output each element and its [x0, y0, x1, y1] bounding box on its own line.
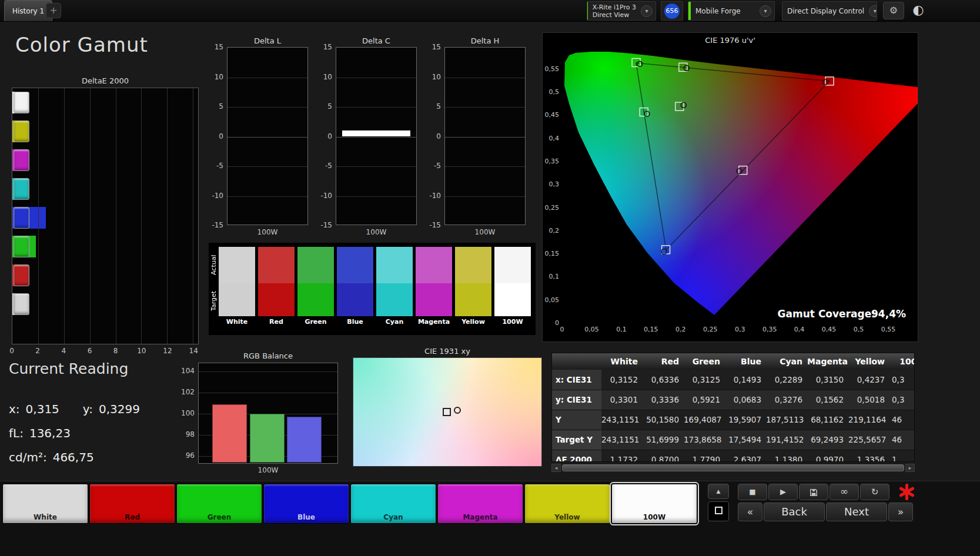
stop-button[interactable]: ■ [738, 484, 767, 500]
square-icon [715, 507, 723, 514]
table-row: x: CIE310,31520,63360,31250,14930,22890,… [552, 370, 915, 390]
chevron-down-icon[interactable]: ▾ [869, 5, 877, 17]
table-cell: 0,5921 [684, 390, 725, 410]
x-axis-tick: 0,2 [675, 326, 686, 333]
patch-button-100w[interactable]: 100W [611, 484, 697, 524]
delta-c-chart: Delta C 151050-5-10-15 100W [316, 36, 417, 236]
patch-button-red[interactable]: Red [89, 484, 175, 524]
axis-tick-label: 15 [432, 43, 441, 51]
table-cell: 0,3150 [807, 370, 848, 390]
back-button[interactable]: Back [764, 503, 825, 521]
table-cell: 0,2289 [766, 370, 807, 390]
meter-dropdown[interactable]: X-Rite i1Pro 3 Direct View ▾ [587, 1, 656, 21]
table-cell: 17,5494 [725, 430, 766, 450]
patch-button-label: 100W [612, 513, 697, 521]
chevron-down-icon[interactable]: ▾ [760, 5, 771, 17]
x-axis-tick: 0,05 [584, 326, 599, 333]
y-axis-tick: 0,3 [549, 180, 560, 188]
axis-tick-label: -15 [320, 221, 332, 229]
rgb-bar-blue [287, 417, 322, 463]
patch-button-blue[interactable]: Blue [263, 484, 349, 524]
count-badge: 656 [664, 4, 680, 19]
actual-patch [337, 247, 373, 283]
gridline [116, 88, 116, 344]
delta-c-y-axis: 151050-5-10-15 [316, 47, 336, 225]
axis-tick-label: 10 [137, 347, 146, 355]
target-marker [443, 408, 451, 416]
x-axis-tick: 0,3 [735, 326, 745, 333]
target-patch [297, 283, 334, 316]
table-cell: 191,4152 [766, 430, 807, 450]
gridline [336, 78, 416, 78]
scroll-right-button[interactable]: ▸ [905, 464, 915, 472]
table-cell: 2,6307 [725, 450, 766, 462]
deltae-row-yellow [12, 120, 198, 142]
cie-1931-title: CIE 1931 xy [353, 347, 542, 356]
column-header: Red [643, 353, 684, 370]
patch-button-magenta[interactable]: Magenta [437, 484, 523, 524]
contrast-button[interactable]: ◐ [908, 2, 929, 19]
play-button[interactable]: ▶ [768, 484, 798, 500]
scroll-left-button[interactable]: ◂ [551, 464, 561, 472]
gridline [38, 88, 39, 344]
target-patch [455, 283, 491, 316]
color-swatch-green [14, 236, 29, 257]
axis-tick-label: 12 [163, 347, 172, 355]
source-dropdown[interactable]: Mobile Forge ▾ [688, 1, 775, 21]
settings-button[interactable]: ⚙ [883, 2, 904, 19]
pattern-window-button[interactable] [708, 501, 729, 521]
rgb-balance-title: RGB Balance [198, 351, 338, 360]
delta-h-y-axis: 151050-5-10-15 [424, 47, 444, 225]
patch-button-yellow[interactable]: Yellow [524, 484, 610, 524]
continuous-measure-button[interactable]: ∞ [830, 484, 859, 500]
patch-button-green[interactable]: Green [176, 484, 262, 524]
x-axis-tick: 0,45 [822, 326, 837, 333]
deltae-row-gray [12, 293, 198, 315]
deltae-row-red [12, 264, 198, 286]
refresh-button[interactable]: ↻ [860, 484, 889, 500]
patch-button-cyan[interactable]: Cyan [350, 484, 436, 524]
patch-button-label: Red [90, 513, 175, 521]
patch-button-white[interactable]: White [2, 484, 88, 524]
compare-column-blue: Blue [337, 247, 373, 326]
table-cell: 0,6336 [643, 370, 684, 390]
add-tab-button[interactable]: + [46, 3, 61, 18]
axis-tick-label: 0 [9, 347, 14, 355]
table-row: y: CIE310,33010,33360,59210,06830,32760,… [552, 390, 915, 410]
gamut-coverage-value: 94,4% [871, 308, 906, 320]
table-horizontal-scrollbar[interactable]: ◂ ▸ [551, 464, 915, 472]
actual-patch [219, 247, 255, 283]
table-cell: 0,3125 [684, 370, 725, 390]
deltae-x-axis: 02468101214 [12, 347, 199, 355]
current-reading-values: x:0,315 y:0,3299 fL:136,23 cd/m²:466,75 [9, 402, 163, 474]
gridline [445, 107, 525, 108]
last-page-button[interactable]: » [888, 503, 913, 521]
actual-target-compare-strip: Actual Target WhiteRedGreenBlueCyanMagen… [209, 243, 536, 335]
next-button[interactable]: Next [826, 503, 887, 521]
collapse-button[interactable]: ▲ [708, 484, 729, 499]
chevron-down-icon[interactable]: ▾ [641, 5, 653, 17]
gridline [167, 88, 168, 344]
table-cell: 0,9970 [807, 450, 848, 462]
row-label: ΔE 2000 [552, 450, 601, 462]
rgb-bar-red [212, 404, 247, 463]
table-cell: 0,3276 [766, 390, 807, 410]
display-control-dropdown[interactable]: Direct Display Control ▾ [782, 1, 877, 21]
y-axis-tick: 0,35 [545, 158, 560, 165]
first-page-button[interactable]: « [738, 503, 762, 521]
tab-history-1[interactable]: History 1 [4, 0, 52, 21]
save-button[interactable] [799, 484, 828, 500]
actual-patch [494, 247, 531, 283]
axis-tick-label: -5 [325, 162, 332, 170]
x-axis-tick: 0,1 [616, 326, 627, 333]
compare-column-cyan: Cyan [376, 247, 413, 326]
y-axis-tick: 0,55 [545, 65, 560, 73]
table-cell: 46 [889, 410, 915, 430]
page-title: Color Gamut [15, 33, 148, 56]
y-axis-tick: 0,05 [545, 296, 560, 304]
scrollbar-thumb[interactable] [562, 464, 904, 471]
gridline [228, 78, 307, 78]
target-row-label: Target [210, 284, 218, 317]
bottom-bar: ▲ ■ ▶ ∞ ↻ « Back Next » WhiteRedGreenBlu… [0, 481, 980, 556]
current-reading-title: Current Reading [9, 360, 128, 377]
